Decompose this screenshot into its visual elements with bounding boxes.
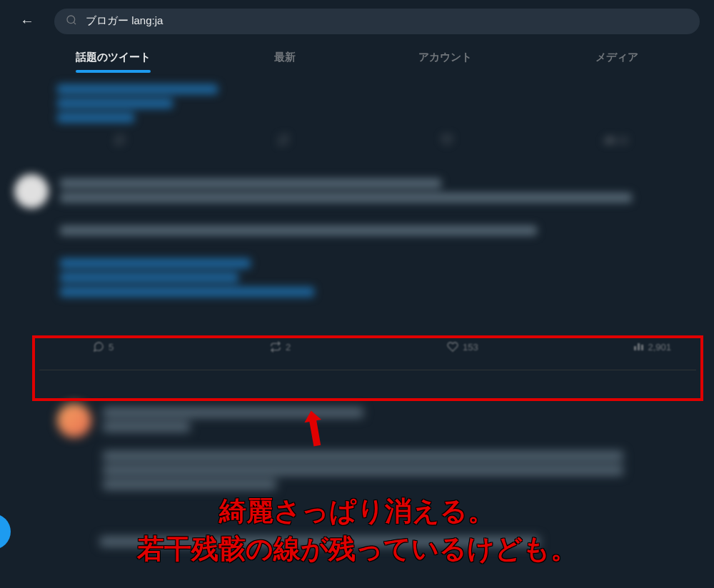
- annotation-arrow: [300, 407, 328, 450]
- tab-accounts[interactable]: アカウント: [404, 42, 486, 73]
- search-icon: [66, 14, 77, 29]
- svg-line-1: [74, 22, 76, 24]
- views-stat[interactable]: 22: [605, 135, 628, 146]
- annotation-line-2: 若干残骸の線が残っているけども。: [0, 530, 714, 568]
- avatar[interactable]: [14, 174, 49, 208]
- like-stat[interactable]: [441, 134, 453, 146]
- svg-point-0: [67, 16, 75, 24]
- annotation-highlight-box: [32, 335, 703, 401]
- search-bar[interactable]: [54, 9, 700, 34]
- retweet-stat[interactable]: [278, 134, 289, 146]
- back-button[interactable]: ←: [14, 7, 40, 35]
- tab-media[interactable]: メディア: [581, 42, 653, 73]
- annotation-line-1: 綺麗さっぱり消える。: [0, 492, 714, 530]
- views-count: 22: [618, 135, 628, 146]
- analytics-icon: [605, 136, 614, 143]
- avatar[interactable]: [57, 403, 91, 437]
- reply-stat[interactable]: [114, 134, 126, 146]
- annotation-text: 綺麗さっぱり消える。 若干残骸の線が残っているけども。: [0, 492, 714, 568]
- search-input[interactable]: [86, 15, 688, 27]
- tab-top[interactable]: 話題のツイート: [61, 42, 165, 73]
- tab-latest[interactable]: 最新: [260, 42, 310, 73]
